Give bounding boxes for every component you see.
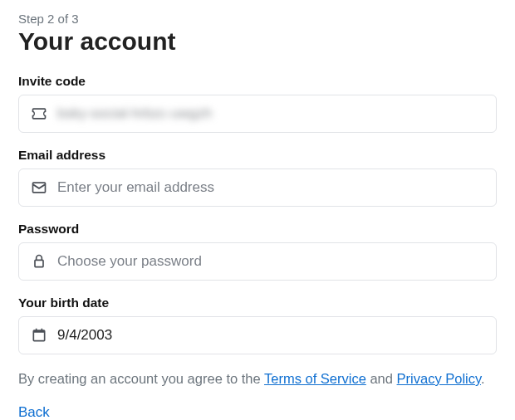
invite-code-field: Invite code bsky-social-hrbzc-uwgzh: [18, 74, 497, 133]
birthdate-input-wrap[interactable]: [18, 316, 497, 354]
invite-code-input-wrap[interactable]: bsky-social-hrbzc-uwgzh: [18, 95, 497, 133]
envelope-icon: [31, 179, 47, 196]
email-field[interactable]: [57, 179, 484, 196]
agreement-mid: and: [366, 371, 397, 386]
agreement-pre: By creating an account you agree to the: [18, 371, 264, 386]
invite-code-value: bsky-social-hrbzc-uwgzh: [57, 105, 212, 122]
page-title: Your account: [18, 27, 497, 56]
ticket-icon: [31, 105, 47, 122]
password-field[interactable]: [57, 253, 484, 270]
back-button[interactable]: Back: [18, 404, 50, 420]
calendar-icon: [31, 327, 47, 344]
lock-icon: [31, 253, 47, 270]
email-label: Email address: [18, 148, 497, 163]
password-label: Password: [18, 222, 497, 237]
birthdate-field[interactable]: [57, 327, 484, 344]
agreement-post: .: [481, 371, 485, 386]
step-indicator: Step 2 of 3: [18, 12, 497, 26]
password-input-wrap[interactable]: [18, 242, 497, 281]
privacy-policy-link[interactable]: Privacy Policy: [397, 371, 481, 386]
email-input-wrap[interactable]: [18, 168, 497, 207]
birthdate-field-group: Your birth date: [18, 295, 497, 354]
birthdate-label: Your birth date: [18, 295, 497, 310]
invite-code-label: Invite code: [18, 74, 497, 89]
terms-of-service-link[interactable]: Terms of Service: [264, 371, 366, 386]
agreement-text: By creating an account you agree to the …: [18, 369, 497, 389]
email-field-group: Email address: [18, 148, 497, 207]
password-field-group: Password: [18, 222, 497, 281]
